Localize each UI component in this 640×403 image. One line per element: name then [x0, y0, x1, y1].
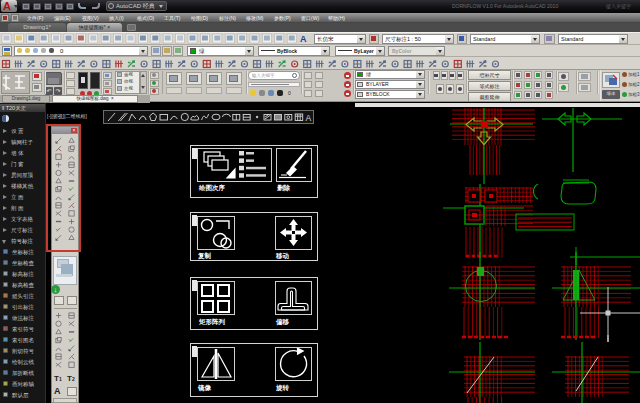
- svg-text:A: A: [306, 113, 312, 123]
